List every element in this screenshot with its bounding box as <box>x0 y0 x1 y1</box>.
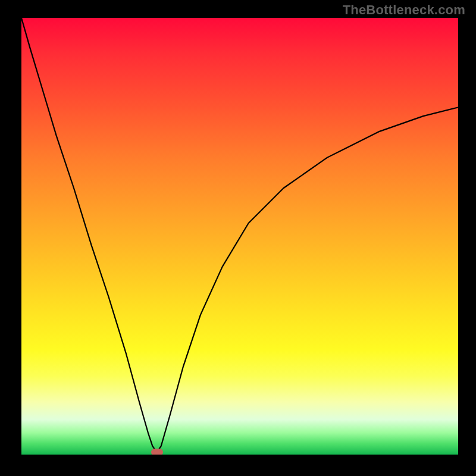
watermark-text: TheBottleneck.com <box>343 2 465 18</box>
minimum-marker-icon <box>151 449 163 455</box>
bottleneck-curve <box>21 18 458 455</box>
chart-frame: TheBottleneck.com <box>0 0 476 476</box>
plot-area <box>21 18 458 455</box>
